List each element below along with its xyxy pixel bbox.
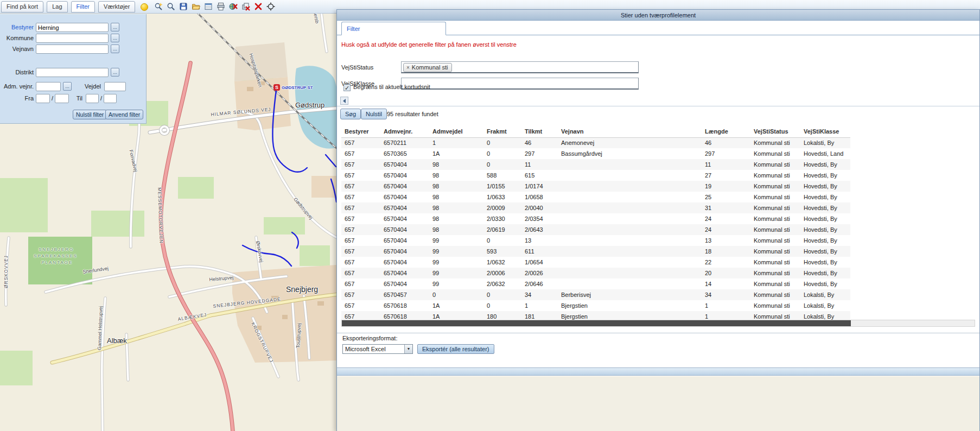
dialog-tabstrip: Filter bbox=[337, 22, 979, 35]
export-button[interactable]: Eksportér (alle resultater) bbox=[417, 344, 494, 354]
chevron-down-icon[interactable]: ▼ bbox=[404, 345, 412, 353]
open-icon[interactable] bbox=[190, 1, 201, 12]
tab-filter[interactable]: Filter bbox=[71, 1, 95, 12]
result-row[interactable]: 657 6570457 0 0 34 Berberisvej 34 Kommun… bbox=[341, 289, 850, 300]
results-body: 657 6570211 1 0 46 Anemonevej 46 Kommuna… bbox=[341, 137, 850, 320]
status-ball-icon[interactable] bbox=[141, 3, 148, 11]
legend-icon[interactable] bbox=[203, 1, 214, 12]
dialog-lower-area bbox=[337, 376, 979, 431]
tab-find-paa-kort[interactable]: Find på kort bbox=[1, 1, 43, 12]
reset-filter-button[interactable]: Nulstil filter bbox=[73, 110, 107, 119]
search-button[interactable]: Søg bbox=[340, 109, 361, 119]
result-row[interactable]: 657 6570404 98 2/0330 2/0354 24 Kommunal… bbox=[341, 213, 850, 224]
delete-selection-icon[interactable] bbox=[253, 1, 264, 12]
fra-label: Fra bbox=[0, 94, 34, 103]
stier-uden-tvaerprofilelement-dialog: Stier uden tværprofilelement Filter Husk… bbox=[336, 9, 980, 431]
til-m-input[interactable] bbox=[104, 94, 117, 103]
result-row[interactable]: 657 6570404 99 2/0632 2/0646 14 Kommunal… bbox=[341, 278, 850, 289]
limit-to-extent-checkbox[interactable]: ✓ bbox=[343, 84, 351, 91]
remove-theme-icon[interactable] bbox=[240, 1, 251, 12]
bestyrer-label: Bestyrer bbox=[0, 23, 34, 32]
print-icon[interactable] bbox=[215, 1, 226, 12]
result-count-text: 95 resultater fundet bbox=[387, 111, 438, 117]
tab-lag[interactable]: Lag bbox=[47, 1, 67, 12]
collapsed-panel-bar[interactable] bbox=[337, 367, 979, 376]
apply-filter-button[interactable]: Anvend filter bbox=[105, 110, 143, 119]
col-laengde[interactable]: Længde bbox=[702, 125, 750, 137]
kommune-label: Kommune bbox=[0, 34, 34, 43]
result-row[interactable]: 657 6570404 98 1/0155 1/0174 19 Kommunal… bbox=[341, 181, 850, 192]
dialog-body: Husk også at udfylde det generelle filte… bbox=[337, 35, 979, 431]
center-map-icon[interactable] bbox=[265, 1, 276, 12]
result-row[interactable]: 657 6570404 99 1/0632 1/0654 22 Kommunal… bbox=[341, 257, 850, 268]
vejdel-label: Vejdel bbox=[75, 82, 101, 91]
scroll-left-button[interactable] bbox=[340, 97, 348, 105]
distrikt-input[interactable] bbox=[36, 68, 109, 77]
til-separator: / bbox=[100, 94, 102, 103]
col-vejstistatus[interactable]: VejStiStatus bbox=[750, 125, 800, 137]
result-row[interactable]: 657 6570211 1 0 46 Anemonevej 46 Kommuna… bbox=[341, 137, 850, 148]
limit-to-extent-row: ✓Begræns til aktuelt kortudsnit bbox=[343, 83, 430, 91]
result-row[interactable]: 657 6570404 99 593 611 18 Kommunal sti H… bbox=[341, 246, 850, 257]
fra-km-input[interactable] bbox=[36, 94, 50, 103]
vejnavn-browse-button[interactable]: ... bbox=[111, 45, 119, 53]
admvejnr-browse-button[interactable]: ... bbox=[63, 82, 72, 91]
col-bestyrer[interactable]: Bestyrer bbox=[341, 125, 380, 137]
result-row[interactable]: 657 6570365 1A 0 297 Bassumgårdvej 297 K… bbox=[341, 148, 850, 159]
result-row[interactable]: 657 6570404 98 2/0619 2/0643 24 Kommunal… bbox=[341, 224, 850, 235]
plantage-forest bbox=[28, 237, 92, 284]
result-row[interactable]: 657 6570404 99 2/0006 2/0026 20 Kommunal… bbox=[341, 268, 850, 278]
results-grid: Bestyrer Admvejnr. Admvejdel Frakmt Tilk… bbox=[341, 125, 850, 320]
bestyrer-input[interactable] bbox=[36, 23, 109, 32]
distrikt-browse-button[interactable]: ... bbox=[111, 68, 119, 77]
vejstistatus-label: VejStiStatus bbox=[341, 61, 398, 73]
dialog-tab-filter[interactable]: Filter bbox=[341, 22, 446, 35]
zoom-window-icon[interactable] bbox=[166, 1, 176, 12]
bestyrer-browse-button[interactable]: ... bbox=[111, 23, 119, 31]
distrikt-label: Distrikt bbox=[0, 68, 34, 77]
vejstiklasse-input[interactable] bbox=[401, 78, 639, 90]
fra-separator: / bbox=[52, 94, 53, 103]
filter-warning-text: Husk også at udfylde det generelle filte… bbox=[341, 41, 517, 48]
col-admvejnr[interactable]: Admvejnr. bbox=[380, 125, 429, 137]
admvejnr-label: Adm. vejnr. bbox=[0, 82, 34, 91]
admvejnr-input[interactable] bbox=[36, 82, 61, 91]
result-row[interactable]: 657 6570404 98 588 615 27 Kommunal sti H… bbox=[341, 170, 850, 181]
export-format-select[interactable]: Microsoft Excel ▼ bbox=[342, 344, 413, 354]
result-row[interactable]: 657 6570618 1A 0 1 Bjergstien 1 Kommunal… bbox=[341, 300, 850, 311]
chip-remove-icon[interactable]: × bbox=[406, 65, 410, 71]
col-admvejdel[interactable]: Admvejdel bbox=[429, 125, 483, 137]
col-tilkmt[interactable]: Tilkmt bbox=[521, 125, 558, 137]
chip-label: Kommunal sti bbox=[412, 64, 448, 71]
col-vejstiklasse[interactable]: VejStiKlasse bbox=[800, 125, 850, 137]
grid-scrollbar-thumb[interactable] bbox=[342, 320, 851, 326]
grid-horizontal-scrollbar[interactable] bbox=[341, 320, 975, 327]
application-window: S GØDSTRUP ST Gødstrup Snejbjerg Albæk H… bbox=[0, 0, 980, 431]
result-row[interactable]: 657 6570404 98 1/0633 1/0658 25 Kommunal… bbox=[341, 192, 850, 202]
save-icon[interactable] bbox=[178, 1, 189, 12]
kommune-browse-button[interactable]: ... bbox=[111, 34, 119, 42]
result-row[interactable]: 657 6570404 98 0 11 11 Kommunal sti Hove… bbox=[341, 159, 850, 170]
vejdel-input[interactable] bbox=[104, 82, 126, 91]
vejstistatus-chip[interactable]: ×Kommunal sti bbox=[403, 63, 452, 72]
scroll-left-icon bbox=[343, 99, 346, 103]
separator bbox=[337, 106, 979, 106]
map-filter-panel: Bestyrer ... Kommune ... Vejnavn ... Dis… bbox=[0, 14, 147, 124]
dialog-titlebar[interactable]: Stier uden tværprofilelement bbox=[337, 10, 979, 21]
result-row[interactable]: 657 6570404 98 2/0009 2/0040 31 Kommunal… bbox=[341, 202, 850, 213]
result-row[interactable]: 657 6570618 1A 180 181 Bjergstien 1 Komm… bbox=[341, 311, 850, 320]
tab-vaerktoejer[interactable]: Værktøjer bbox=[98, 1, 135, 12]
export-format-value: Microsoft Excel bbox=[345, 345, 386, 353]
limit-to-extent-label: Begræns til aktuelt kortudsnit bbox=[353, 84, 430, 90]
clear-map-icon[interactable] bbox=[228, 1, 239, 12]
results-header: Bestyrer Admvejnr. Admvejdel Frakmt Tilk… bbox=[341, 125, 850, 137]
col-frakmt[interactable]: Frakmt bbox=[483, 125, 521, 137]
reset-button[interactable]: Nulstil bbox=[361, 109, 387, 119]
kommune-input[interactable] bbox=[36, 34, 109, 43]
vejstistatus-input[interactable]: ×Kommunal sti bbox=[401, 61, 639, 73]
til-km-input[interactable] bbox=[86, 94, 99, 103]
vejnavn-input[interactable] bbox=[36, 45, 109, 54]
result-row[interactable]: 657 6570404 99 0 13 13 Kommunal sti Hove… bbox=[341, 235, 850, 246]
col-vejnavn[interactable]: Vejnavn bbox=[558, 125, 702, 137]
zoom-extent-icon[interactable] bbox=[153, 1, 164, 12]
